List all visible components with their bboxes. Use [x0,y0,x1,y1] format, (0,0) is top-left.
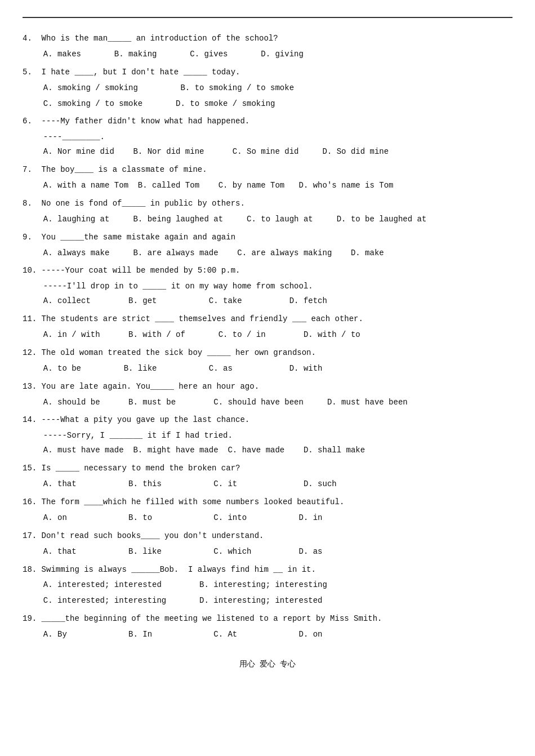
question-4: 4. Who is the man_____ an introduction o… [23,32,512,62]
question-7: 7. The boy____ is a classmate of mine. A… [23,163,512,193]
q5-options-c-d: C. smoking / to smoke D. to smoke / smok… [23,97,512,112]
question-12: 12. The old woman treated the sick boy _… [23,346,512,376]
q15-options: A. that B. this C. it D. such [23,477,512,492]
question-13: 13. You are late again. You_____ here an… [23,380,512,410]
q19-text: 19. _____the beginning of the meeting we… [23,612,512,626]
question-19: 19. _____the beginning of the meeting we… [23,612,512,642]
question-18: 18. Swimming is always ______Bob. I alwa… [23,563,512,609]
q11-options: A. in / with B. with / of C. to / in D. … [23,328,512,343]
q13-options: A. should be B. must be C. should have b… [23,395,512,410]
q15-text: 15. Is _____ necessary to mend the broke… [23,461,512,476]
q18-options-a-b: A. interested; interested B. interesting… [23,578,512,593]
q12-options: A. to be B. like C. as D. with [23,362,512,376]
q18-options-c-d: C. interested; interesting D. interestin… [23,594,512,608]
question-15: 15. Is _____ necessary to mend the broke… [23,461,512,492]
q10-options: A. collect B. get C. take D. fetch [23,294,512,309]
question-5: 5. I hate ____, but I don't hate _____ t… [23,65,512,112]
q4-text: 4. Who is the man_____ an introduction o… [23,32,512,46]
q14-text: 14. ----What a pity you gave up the last… [23,413,512,428]
q4-options: A. makes B. making C. gives D. giving [23,47,512,62]
question-14: 14. ----What a pity you gave up the last… [23,413,512,458]
q7-text: 7. The boy____ is a classmate of mine. [23,163,512,177]
q13-text: 13. You are late again. You_____ here an… [23,380,512,394]
question-9: 9. You _____the same mistake again and a… [23,230,512,261]
question-16: 16. The form ____which he filled with so… [23,495,512,526]
q8-text: 8. No one is fond of_____ in public by o… [23,197,512,211]
q11-text: 11. The students are strict ____ themsel… [23,312,512,327]
q9-text: 9. You _____the same mistake again and a… [23,230,512,245]
top-divider [23,17,512,18]
q19-options: A. By B. In C. At D. on [23,628,512,642]
q12-text: 12. The old woman treated the sick boy _… [23,346,512,361]
q10-text: 10. -----Your coat will be mended by 5:0… [23,264,512,278]
q10-subline: -----I'll drop in to _____ it on my way … [23,279,512,294]
q5-options-a-b: A. smoking / smoking B. to smoking / to … [23,81,512,96]
q9-options: A. always make B. are always made C. are… [23,246,512,261]
q6-text: 6. ----My father didn't know what had ha… [23,114,512,129]
question-17: 17. Don't read such books____ you don't … [23,529,512,559]
q17-text: 17. Don't read such books____ you don't … [23,529,512,544]
q14-options: A. must have made B. might have made C. … [23,443,512,458]
q16-text: 16. The form ____which he filled with so… [23,495,512,510]
q6-subline: ----________. [23,130,512,145]
q17-options: A. that B. like C. which D. as [23,545,512,559]
q14-subline: -----Sorry, I _______ it if I had tried. [23,429,512,443]
content-area: 4. Who is the man_____ an introduction o… [23,32,512,642]
question-10: 10. -----Your coat will be mended by 5:0… [23,264,512,309]
question-8: 8. No one is fond of_____ in public by o… [23,197,512,227]
footer-text: 用心 爱心 专心 [23,659,512,669]
q18-text: 18. Swimming is always ______Bob. I alwa… [23,563,512,577]
q7-options: A. with a name Tom B. called Tom C. by n… [23,179,512,193]
question-11: 11. The students are strict ____ themsel… [23,312,512,343]
q8-options: A. laughing at B. being laughed at C. to… [23,212,512,227]
q16-options: A. on B. to C. into D. in [23,511,512,526]
q6-options: A. Nor mine did B. Nor did mine C. So mi… [23,145,512,159]
question-6: 6. ----My father didn't know what had ha… [23,114,512,159]
q5-text: 5. I hate ____, but I don't hate _____ t… [23,65,512,80]
